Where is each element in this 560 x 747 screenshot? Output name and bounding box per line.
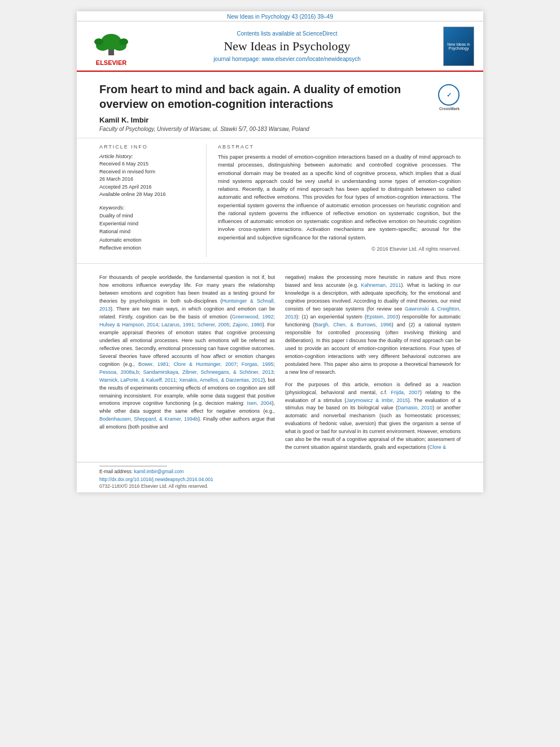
crossmark-label: CrossMark (438, 106, 461, 111)
keyword-5: Reflective emotion (99, 244, 198, 252)
history-label: Article history: (99, 153, 198, 159)
body-para-3: For the purposes of this article, emotio… (285, 381, 461, 452)
crossmark-badge: ✓ CrossMark (438, 84, 461, 107)
journal-url[interactable]: www.elsevier.com/locate/newideapsych (262, 56, 361, 62)
journal-top-bar: New Ideas in Psychology 43 (2016) 39–49 (77, 11, 483, 21)
body-column-right: negative) makes the processing more heur… (285, 274, 461, 456)
crossmark-icon: ✓ (438, 84, 460, 106)
keyword-2: Experiential mind (99, 220, 198, 228)
keyword-1: Duality of mind (99, 212, 198, 220)
ref-bargh[interactable]: Bargh, Chen, & Burrows, 1996 (315, 322, 392, 327)
ref-pessoa[interactable]: Pessoa, 2008a,b (99, 369, 139, 375)
svg-point-4 (94, 38, 103, 45)
elsevier-label: ELSEVIER (96, 59, 126, 66)
body-para-2: negative) makes the processing more heur… (285, 274, 461, 376)
keyword-3: Rational mind (99, 228, 198, 235)
ref-lazarus[interactable]: Lazarus, 1991 (161, 322, 194, 327)
ref-clore2[interactable]: Clore & (429, 444, 446, 450)
journal-citation: New Ideas in Psychology 43 (2016) 39–49 (227, 14, 333, 20)
footnote-email: E-mail address: kamil.imbir@gmail.com (99, 469, 461, 474)
ref-sandamirskaya[interactable]: Sandamirskaya, Zibner, Schneegans, & Sch… (143, 369, 274, 375)
affiliation: Faculty of Psychology, University of War… (99, 126, 461, 132)
ref-bower[interactable]: Bower, 1981 (138, 361, 169, 367)
ref-bodenhausen[interactable]: Bodenhausen, Sheppard, & Kramer, 1994b (99, 416, 198, 422)
doi-line[interactable]: http://dx.doi.org/10.1016/j.newideapsych… (99, 477, 461, 482)
body-para-1: For thousands of people worldwide, the f… (99, 274, 275, 431)
ref-isen[interactable]: Isen, 2004 (247, 400, 272, 406)
keyword-4: Automatic emotion (99, 236, 198, 244)
article-info-left: ARTICLE INFO Article history: Received 6… (99, 144, 207, 257)
ref-frijda[interactable]: Frijda, 2007 (391, 390, 421, 395)
ref-jarymowicz[interactable]: Jarymowicz & Imbir, 2015 (346, 397, 408, 403)
ref-greenwood[interactable]: Greenwood, 1992 (232, 314, 274, 320)
accepted-date: Accepted 25 April 2016 (99, 184, 198, 191)
abstract-text: This paper presents a model of emotion-c… (218, 153, 461, 242)
article-body: For thousands of people worldwide, the f… (77, 264, 483, 462)
elsevier-tree-icon (91, 26, 131, 57)
body-column-left: For thousands of people worldwide, the f… (99, 274, 275, 456)
email-value[interactable]: kamil.imbir@gmail.com (134, 469, 183, 474)
article-history: Article history: Received 6 May 2015 Rec… (99, 153, 198, 199)
journal-header: ELSEVIER Contents lists available at Sci… (77, 21, 483, 72)
article-title-section: From heart to mind and back again. A dua… (77, 72, 483, 138)
abstract-label: ABSTRACT (218, 144, 461, 150)
elsevier-logo-block: ELSEVIER (86, 26, 137, 66)
footnote-divider (99, 466, 167, 466)
keywords-label: Keywords: (99, 204, 198, 211)
journal-thumb-image: New Ideas in Psychology (443, 27, 474, 66)
ref-zajonc[interactable]: Zajonc, 1980 (233, 322, 262, 327)
article-info-section: ARTICLE INFO Article history: Received 6… (77, 138, 483, 264)
ref-huntsinger[interactable]: Huntsinger & Schnall, 2013 (99, 298, 275, 312)
available-date: Available online 28 May 2016 (99, 191, 198, 199)
ref-clore[interactable]: Clore & Huntsinger, 2007 (173, 361, 237, 367)
ref-hulsey[interactable]: Hulsey & Hampson, 2014 (99, 322, 158, 327)
article-title-block: From heart to mind and back again. A dua… (99, 82, 461, 111)
issn-line: 0732-118X/© 2016 Elsevier Ltd. All right… (99, 483, 461, 489)
ref-damasio[interactable]: Damasio, 2010 (397, 405, 432, 410)
svg-point-5 (119, 38, 128, 45)
received-revised-label: Received in revised form (99, 168, 198, 176)
ref-forgas[interactable]: Forgas, 1995 (242, 361, 274, 367)
sciencedirect-link: Contents lists available at ScienceDirec… (142, 30, 432, 37)
email-label: E-mail address: (99, 469, 133, 474)
ref-scherer[interactable]: Scherer, 2005 (197, 322, 229, 327)
ref-kahneman[interactable]: Kahneman, 2011 (361, 282, 401, 288)
keywords-block: Keywords: Duality of mind Experiential m… (99, 204, 198, 252)
ref-epstein[interactable]: Epstein, 2003 (366, 314, 399, 320)
journal-page: New Ideas in Psychology 43 (2016) 39–49 … (77, 11, 483, 492)
received-date: Received 6 May 2015 (99, 160, 198, 168)
article-info-label: ARTICLE INFO (99, 144, 198, 150)
journal-header-center: Contents lists available at ScienceDirec… (137, 30, 438, 62)
sciencedirect-label[interactable]: ScienceDirect (303, 30, 338, 37)
ref-warnick[interactable]: Warnick, LaPorte, & Kalueff, 2011 (99, 377, 176, 383)
article-footer: E-mail address: kamil.imbir@gmail.com ht… (77, 462, 483, 492)
author-name: Kamil K. Imbir (99, 116, 461, 124)
received-revised-date: 26 March 2016 (99, 176, 198, 184)
journal-thumbnail: New Ideas in Psychology (438, 27, 474, 66)
ref-xenakis[interactable]: Xenakis, Arnellos, & Darzentas, 2012 (179, 377, 263, 383)
journal-name: New Ideas in Psychology (142, 39, 432, 54)
abstract-block: ABSTRACT This paper presents a model of … (218, 144, 461, 257)
copyright: © 2016 Elsevier Ltd. All rights reserved… (218, 246, 461, 252)
journal-homepage: journal homepage: www.elsevier.com/locat… (142, 56, 432, 62)
article-title-text: From heart to mind and back again. A dua… (99, 82, 438, 111)
